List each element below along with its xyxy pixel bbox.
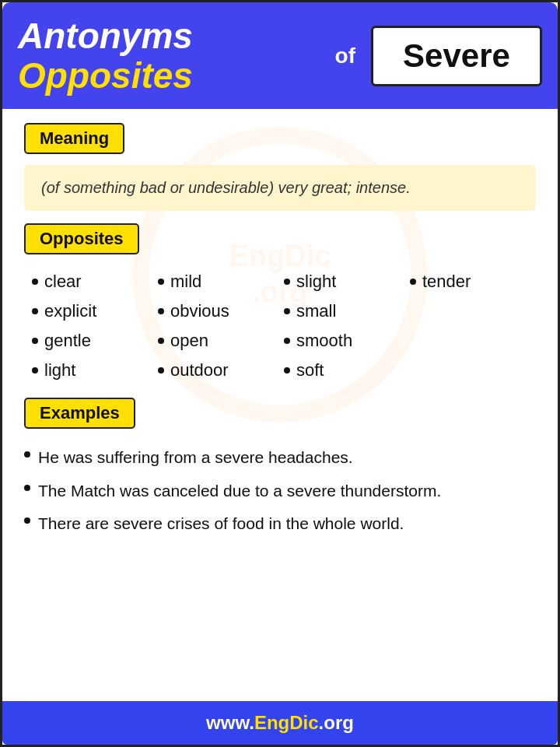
of-label: of [335, 44, 355, 68]
opposite-word: light [44, 360, 75, 381]
bullet-icon [158, 279, 164, 285]
antonyms-label: Antonyms [18, 16, 193, 56]
opposite-word: smooth [296, 331, 352, 351]
opposites-section: Opposites clear explicit gentle light mi… [24, 223, 536, 385]
list-item: soft [284, 356, 410, 385]
bullet-icon [158, 338, 164, 344]
list-item: The Match was canceled due to a severe t… [24, 475, 536, 507]
list-item: light [32, 356, 158, 385]
bullet-icon [24, 517, 30, 524]
list-item: slight [284, 267, 410, 296]
list-item: He was suffering from a severe headaches… [24, 441, 536, 474]
bullet-icon [32, 279, 38, 285]
opposites-grid: clear explicit gentle light mild obvious… [24, 267, 536, 385]
opposite-word: tender [422, 272, 471, 292]
opposites-section-label: Opposites [24, 223, 139, 254]
meaning-label: Meaning [24, 123, 124, 154]
examples-section: Examples He was suffering from a severe … [24, 398, 536, 540]
examples-section-label: Examples [24, 398, 135, 429]
opposite-word: obvious [170, 301, 229, 321]
examples-list: He was suffering from a severe headaches… [24, 441, 536, 540]
list-item: clear [32, 267, 158, 296]
opposite-word: gentle [44, 331, 91, 351]
list-item: There are severe crises of food in the w… [24, 507, 536, 540]
opposites-col-3: slight small smooth soft [284, 267, 410, 385]
opposite-word: soft [296, 360, 324, 381]
footer-prefix: www. [206, 712, 254, 733]
bullet-icon [32, 308, 38, 314]
header: Antonyms Opposites of Severe [2, 2, 558, 109]
list-item: outdoor [158, 356, 284, 385]
list-item: tender [410, 267, 536, 296]
footer-suffix: .org [319, 712, 354, 733]
opposite-word: open [170, 331, 208, 351]
main-content: Meaning (of something bad or undesirable… [2, 109, 558, 548]
list-item: open [158, 326, 284, 356]
header-title: Antonyms Opposites [18, 16, 193, 95]
bullet-icon [32, 367, 38, 374]
opposite-word: mild [170, 272, 201, 292]
bullet-icon [284, 279, 290, 285]
bullet-icon [24, 485, 30, 491]
header-word: Severe [371, 26, 542, 86]
list-item: mild [158, 267, 284, 296]
opposites-col-2: mild obvious open outdoor [158, 267, 284, 385]
example-text: He was suffering from a severe headaches… [38, 447, 353, 468]
meaning-text: (of something bad or undesirable) very g… [24, 165, 536, 211]
header-right: of Severe [335, 26, 542, 86]
opposites-col-4: tender [410, 267, 536, 385]
list-item: gentle [32, 326, 158, 356]
example-text: There are severe crises of food in the w… [38, 513, 404, 535]
bullet-icon [32, 338, 38, 344]
opposites-label: Opposites [18, 56, 193, 96]
footer-brand: EngDic [254, 712, 319, 733]
example-text: The Match was canceled due to a severe t… [38, 480, 441, 502]
opposite-word: small [296, 301, 336, 321]
bullet-icon [284, 338, 290, 344]
bullet-icon [284, 308, 290, 314]
bullet-icon [284, 367, 290, 374]
list-item: explicit [32, 296, 158, 326]
opposite-word: explicit [44, 301, 96, 321]
footer: www.EngDic.org [2, 701, 558, 745]
list-item: smooth [284, 326, 410, 356]
bullet-icon [158, 367, 164, 374]
meaning-section: Meaning (of something bad or undesirable… [24, 123, 536, 211]
bullet-icon [24, 451, 30, 458]
list-item: obvious [158, 296, 284, 326]
opposites-col-1: clear explicit gentle light [32, 267, 158, 385]
opposite-word: clear [44, 272, 82, 292]
list-item: small [284, 296, 410, 326]
opposite-word: outdoor [170, 360, 229, 381]
opposite-word: slight [296, 272, 336, 292]
bullet-icon [158, 308, 164, 314]
bullet-icon [410, 279, 416, 285]
